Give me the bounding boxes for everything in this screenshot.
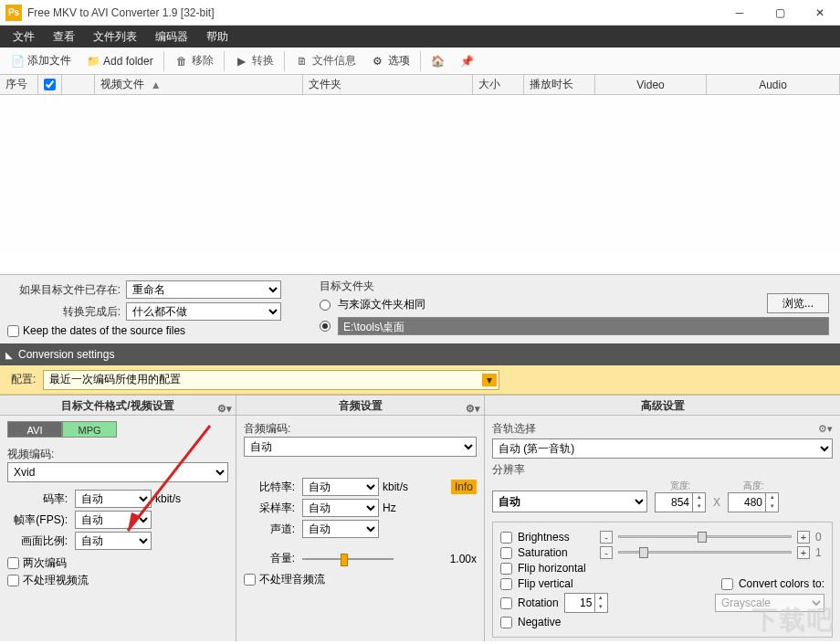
home-button[interactable]: 🏠 xyxy=(425,50,452,72)
channels-label: 声道: xyxy=(244,522,299,537)
brightness-value: 0 xyxy=(815,531,824,544)
volume-value: 1.00x xyxy=(450,553,477,565)
volume-slider[interactable] xyxy=(302,553,394,565)
no-audio-checkbox[interactable] xyxy=(244,574,256,586)
chevron-down-icon: ▾ xyxy=(482,374,497,386)
saturation-checkbox[interactable] xyxy=(500,547,512,559)
col-icon[interactable] xyxy=(62,75,95,94)
flip-h-label: Flip horizontal xyxy=(518,562,586,575)
gear-icon[interactable]: ⚙▾ xyxy=(818,423,833,435)
col-video[interactable]: Video xyxy=(595,75,707,94)
pin-button[interactable]: 📌 xyxy=(454,50,481,72)
fps-select[interactable]: 自动 xyxy=(75,511,152,529)
menu-file[interactable]: 文件 xyxy=(4,26,44,48)
same-source-radio[interactable] xyxy=(320,300,331,311)
audio-bitrate-select[interactable]: 自动 xyxy=(302,478,379,496)
after-conv-label: 转换完成后: xyxy=(7,304,126,320)
menu-view[interactable]: 查看 xyxy=(44,26,84,48)
col-duration[interactable]: 播放时长 xyxy=(524,75,595,94)
menu-filelist[interactable]: 文件列表 xyxy=(84,26,146,48)
no-audio-label: 不处理音频流 xyxy=(259,572,325,587)
col-audio[interactable]: Audio xyxy=(707,75,840,94)
menu-encoder[interactable]: 编码器 xyxy=(146,26,197,48)
file-grid[interactable] xyxy=(0,95,840,274)
gear-icon[interactable]: ⚙▾ xyxy=(466,398,480,418)
config-label: 配置: xyxy=(11,372,36,387)
col-folder[interactable]: 文件夹 xyxy=(303,75,473,94)
two-pass-label: 两次编码 xyxy=(23,555,67,571)
toolbar: 📄添加文件 📁Add folder 🗑移除 ▶转换 🗎文件信息 ⚙选项 🏠 📌 xyxy=(0,48,840,75)
menu-bar: 文件 查看 文件列表 编码器 帮助 xyxy=(0,26,840,48)
collapse-icon: ◣ xyxy=(5,350,13,360)
bitrate-unit: kbit/s xyxy=(155,492,181,505)
flip-v-checkbox[interactable] xyxy=(500,578,512,590)
col-size[interactable]: 大小 xyxy=(473,75,524,94)
conversion-section-header[interactable]: ◣ Conversion settings xyxy=(0,343,840,365)
close-button[interactable]: ✕ xyxy=(800,0,840,26)
brightness-slider[interactable] xyxy=(618,531,792,544)
section-title: Conversion settings xyxy=(18,348,114,361)
keep-dates-checkbox[interactable] xyxy=(7,325,19,337)
keep-dates-label: Keep the dates of the source files xyxy=(23,324,185,337)
target-path-field[interactable]: E:\tools\桌面 xyxy=(338,317,829,335)
destination-bar: 如果目标文件已存在:重命名 转换完成后:什么都不做 Keep the dates… xyxy=(0,274,840,343)
brightness-checkbox[interactable] xyxy=(500,532,512,544)
minimize-button[interactable]: ─ xyxy=(719,0,760,26)
checkall-checkbox[interactable] xyxy=(44,79,56,90)
col2-title: 音频设置 xyxy=(339,399,383,412)
remove-button[interactable]: 🗑移除 xyxy=(168,49,220,72)
resolution-select[interactable]: 自动 xyxy=(492,491,647,512)
track-select[interactable]: 自动 (第一音轨) xyxy=(492,438,833,459)
brightness-minus[interactable]: - xyxy=(600,531,613,544)
video-codec-select[interactable]: Xvid xyxy=(7,462,228,482)
tab-avi[interactable]: AVI xyxy=(7,421,62,438)
rotation-spinner[interactable]: 15▴▾ xyxy=(564,593,608,613)
options-button[interactable]: ⚙选项 xyxy=(364,49,416,72)
remove-icon: 🗑 xyxy=(174,54,189,69)
gear-icon: ⚙ xyxy=(371,54,385,69)
no-video-checkbox[interactable] xyxy=(7,575,19,586)
aspect-select[interactable]: 自动 xyxy=(75,532,152,550)
file-info-button[interactable]: 🗎文件信息 xyxy=(289,49,362,72)
channels-select[interactable]: 自动 xyxy=(302,520,379,538)
sample-label: 采样率: xyxy=(244,501,299,516)
rotation-checkbox[interactable] xyxy=(500,597,512,609)
audio-codec-select[interactable]: 自动 xyxy=(244,437,477,457)
saturation-minus[interactable]: - xyxy=(600,546,613,559)
flip-v-label: Flip vertical xyxy=(518,577,573,590)
saturation-plus[interactable]: + xyxy=(797,546,810,559)
convert-button[interactable]: ▶转换 xyxy=(228,49,280,72)
col-check[interactable] xyxy=(38,75,62,94)
custom-path-radio[interactable] xyxy=(320,321,331,332)
col1-title: 目标文件格式/视频设置 xyxy=(61,399,173,412)
add-folder-button[interactable]: 📁Add folder xyxy=(79,50,160,72)
video-bitrate-select[interactable]: 自动 xyxy=(75,490,152,508)
tab-mpg[interactable]: MPG xyxy=(62,421,117,438)
config-select[interactable]: 最近一次编码所使用的配置 ▾ xyxy=(43,370,499,390)
after-conv-select[interactable]: 什么都不做 xyxy=(126,302,281,321)
if-exists-select[interactable]: 重命名 xyxy=(126,280,281,299)
add-folder-icon: 📁 xyxy=(86,54,100,69)
sample-select[interactable]: 自动 xyxy=(302,499,379,517)
add-file-button[interactable]: 📄添加文件 xyxy=(4,49,78,72)
grayscale-select: Grayscale xyxy=(715,594,824,612)
col-file[interactable]: 视频文件 ▲ xyxy=(95,75,303,94)
two-pass-checkbox[interactable] xyxy=(7,557,19,569)
convert-colors-checkbox[interactable] xyxy=(721,578,733,590)
flip-h-checkbox[interactable] xyxy=(500,563,512,575)
brightness-plus[interactable]: + xyxy=(797,531,810,544)
width-spinner[interactable]: 854▴▾ xyxy=(655,492,706,512)
config-row: 配置: 最近一次编码所使用的配置 ▾ xyxy=(0,365,840,395)
browse-button[interactable]: 浏览... xyxy=(767,293,829,313)
menu-help[interactable]: 帮助 xyxy=(197,26,237,48)
saturation-slider[interactable] xyxy=(618,546,792,559)
aspect-label: 画面比例: xyxy=(7,533,71,549)
maximize-button[interactable]: ▢ xyxy=(760,0,800,26)
col-num[interactable]: 序号 xyxy=(0,75,38,94)
audio-bitrate-unit: kbit/s xyxy=(383,480,408,493)
volume-label: 音量: xyxy=(244,551,299,566)
info-button[interactable]: Info xyxy=(451,480,477,494)
audio-settings-panel: 音频设置⚙▾ 音频编码: 自动 比特率:自动kbit/s Info 采样率:自动… xyxy=(236,395,484,641)
negative-checkbox[interactable] xyxy=(500,617,512,628)
height-spinner[interactable]: 480▴▾ xyxy=(728,492,779,512)
